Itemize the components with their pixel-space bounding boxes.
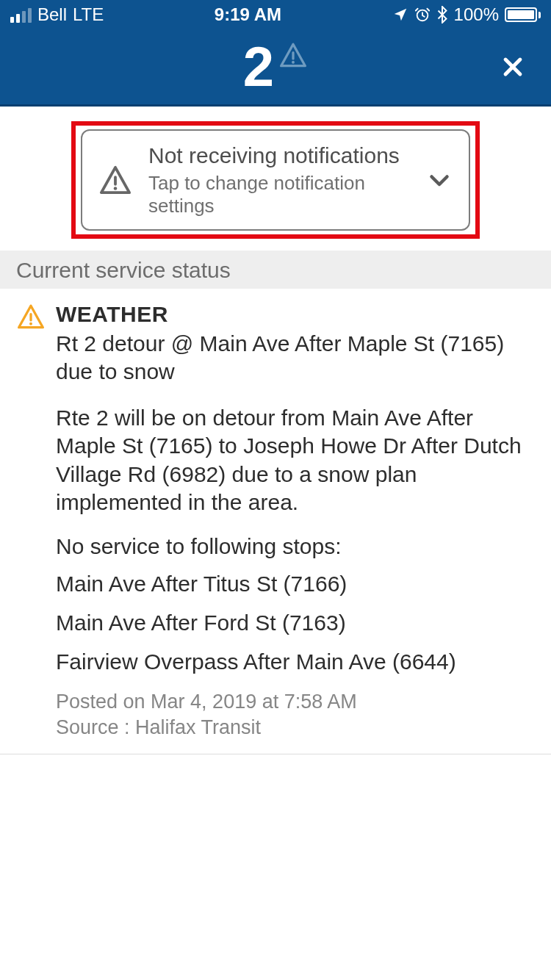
battery-icon — [505, 7, 541, 22]
highlight-frame: Not receiving notifications Tap to chang… — [71, 121, 480, 239]
alert-source: Source : Halifax Transit — [56, 716, 535, 739]
carrier-label: Bell — [37, 4, 67, 25]
warning-icon — [98, 165, 132, 195]
alarm-icon — [414, 7, 431, 23]
svg-point-2 — [292, 61, 295, 64]
section-header-current-status: Current service status — [0, 251, 551, 289]
status-right: 100% — [392, 4, 541, 25]
page-title: 2 — [243, 39, 308, 95]
signal-icon — [10, 7, 32, 23]
route-number: 2 — [243, 39, 274, 95]
list-item: Main Ave After Ford St (7163) — [56, 608, 535, 637]
notification-subtitle: Tap to change notification settings — [148, 172, 410, 217]
list-item: Main Ave After Titus St (7166) — [56, 569, 535, 598]
network-label: LTE — [73, 4, 104, 25]
chevron-down-icon — [426, 167, 453, 193]
battery-pct-label: 100% — [454, 4, 499, 25]
warning-icon — [16, 303, 46, 330]
warning-icon — [278, 42, 308, 68]
bluetooth-icon — [436, 6, 448, 24]
service-alert: WEATHER Rt 2 detour @ Main Ave After Map… — [0, 289, 551, 754]
alert-no-service-intro: No service to following stops: — [56, 534, 535, 559]
status-left: Bell LTE — [10, 4, 104, 25]
alert-description: Rte 2 will be on detour from Main Ave Af… — [56, 404, 535, 517]
alert-title: Rt 2 detour @ Main Ave After Maple St (7… — [56, 330, 535, 386]
list-item: Fairview Overpass After Main Ave (6644) — [56, 647, 535, 676]
svg-point-6 — [114, 187, 118, 190]
notification-title: Not receiving notifications — [148, 143, 410, 169]
ios-status-bar: Bell LTE 9:19 AM 100% — [0, 0, 551, 29]
alert-posted-date: Posted on Mar 4, 2019 at 7:58 AM — [56, 691, 535, 713]
location-icon — [392, 7, 408, 23]
svg-point-8 — [29, 323, 32, 325]
clock-label: 9:19 AM — [215, 4, 281, 25]
alert-meta: Posted on Mar 4, 2019 at 7:58 AM Source … — [56, 691, 535, 739]
alert-category: WEATHER — [56, 302, 535, 327]
notification-settings-banner[interactable]: Not receiving notifications Tap to chang… — [81, 129, 470, 231]
close-button[interactable] — [497, 51, 529, 83]
close-icon — [500, 54, 525, 79]
notification-banner-container: Not receiving notifications Tap to chang… — [0, 107, 551, 251]
app-header: 2 — [0, 29, 551, 107]
alert-stop-list: Main Ave After Titus St (7166) Main Ave … — [56, 569, 535, 676]
notification-text: Not receiving notifications Tap to chang… — [148, 143, 410, 217]
